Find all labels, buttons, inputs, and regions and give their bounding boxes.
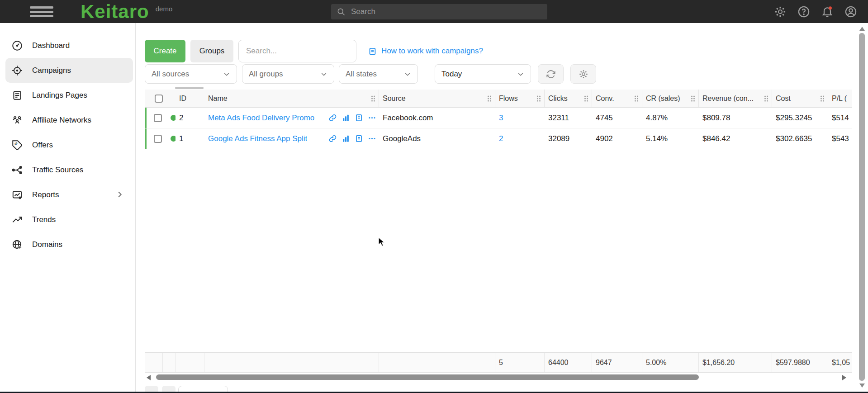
totals-flows: 5 [495,353,545,372]
sidebar-label: Offers [32,141,53,150]
notification-badge [829,6,832,9]
sidebar-item-domains[interactable]: Domains [5,232,133,257]
sidebar-item-offers[interactable]: $ Offers [5,133,133,157]
campaign-link-icon[interactable] [328,114,337,122]
campaign-stats-icon[interactable] [342,134,350,143]
table-top-scrollbar-thumb[interactable] [175,87,204,89]
filter-date-range-select[interactable]: Today [435,64,531,84]
campaign-link-icon[interactable] [328,134,337,143]
pl-value: $514 [828,114,852,123]
table-horizontal-scrollbar [145,373,852,382]
sidebar-label: Trends [32,215,56,224]
col-header-flows[interactable]: Flows [495,90,545,107]
vertical-scrollbar [859,27,865,388]
sidebar-item-trends[interactable]: Trends [5,207,133,232]
conversions-value: 4902 [592,134,642,143]
column-drag-handle-icon[interactable] [764,95,769,102]
keitaro-app: Keitaro demo Search Das [0,0,868,393]
col-header-name[interactable]: Name [204,90,379,107]
col-header-id[interactable]: ID [175,90,204,107]
campaign-notes-icon[interactable] [355,134,363,143]
hamburger-menu-icon[interactable] [30,6,53,17]
row-more-actions-icon[interactable] [368,134,376,143]
select-all-checkbox[interactable] [155,95,163,103]
column-drag-handle-icon[interactable] [634,95,639,102]
help-icon[interactable] [797,5,810,18]
sidebar-item-affiliate-networks[interactable]: Affiliate Networks [5,108,133,133]
campaign-name-link[interactable]: Meta Ads Food Delivery Promo [208,114,314,123]
status-column-header [163,90,175,107]
row-more-actions-icon[interactable] [368,114,376,122]
global-search-input[interactable]: Search [331,4,547,19]
scroll-right-arrow[interactable] [842,375,846,380]
affiliate-networks-icon [11,114,23,126]
col-header-conv[interactable]: Conv. [592,90,642,107]
scroll-left-arrow[interactable] [147,375,151,380]
table-settings-button[interactable] [570,64,596,84]
col-header-pl[interactable]: P/L ( [828,90,852,107]
column-drag-handle-icon[interactable] [583,95,589,102]
env-badge: demo [156,5,173,13]
sidebar-item-dashboard[interactable]: Dashboard [5,33,133,58]
col-header-cost[interactable]: Cost [772,90,828,107]
notifications-bell-icon[interactable] [821,5,834,18]
scroll-down-arrow[interactable] [859,384,865,388]
clicks-value: 32311 [545,114,592,123]
account-avatar-icon[interactable] [844,5,857,18]
dashboard-icon [11,40,23,52]
campaign-id: 2 [175,114,204,123]
filter-states-select[interactable]: All states [339,64,418,84]
sidebar-item-landings-pages[interactable]: Landings Pages [5,83,133,108]
scroll-up-arrow[interactable] [859,27,865,31]
totals-clicks: 64400 [545,353,592,372]
traffic-sources-icon [11,164,23,176]
column-drag-handle-icon[interactable] [487,95,492,102]
table-row: 1 Google Ads Fitness App Split GoogleAds… [145,128,852,149]
revenue-value: $809.78 [699,114,772,123]
settings-gear-icon[interactable] [774,5,787,18]
flows-count-link[interactable]: 3 [499,114,503,122]
chevron-right-icon [115,189,125,199]
groups-button[interactable]: Groups [190,40,233,62]
status-active-dot [171,136,175,142]
campaign-name-link[interactable]: Google Ads Fitness App Split [208,134,307,143]
col-header-revenue[interactable]: Revenue (con... [699,90,772,107]
sidebar-label: Dashboard [32,41,70,50]
sidebar-item-campaigns[interactable]: Campaigns [5,58,133,83]
column-drag-handle-icon[interactable] [536,95,541,102]
filter-groups-select[interactable]: All groups [242,64,334,84]
col-header-cr-sales[interactable]: CR (sales) [642,90,699,107]
refresh-button[interactable] [538,64,564,84]
totals-pl: $1,05 [828,353,852,372]
help-link[interactable]: How to work with campaigns? [368,47,483,56]
create-button[interactable]: Create [145,40,185,62]
cost-value: $302.6635 [772,134,828,143]
flows-count-link[interactable]: 2 [499,134,503,143]
campaign-search-input[interactable] [238,40,356,62]
global-search-placeholder: Search [351,7,375,16]
sidebar-item-traffic-sources[interactable]: Traffic Sources [5,157,133,182]
sidebar-label: Reports [32,190,59,199]
campaign-source: GoogleAds [379,134,495,143]
totals-revenue: $1,656.20 [699,353,772,372]
row-checkbox[interactable] [154,114,162,122]
trends-icon [11,214,23,226]
column-drag-handle-icon[interactable] [370,95,376,102]
filter-date-range-value: Today [441,70,462,79]
vertical-scrollbar-thumb[interactable] [859,33,865,381]
col-header-source[interactable]: Source [379,90,495,107]
sidebar-label: Affiliate Networks [32,116,91,125]
horizontal-scrollbar-thumb[interactable] [156,374,699,380]
cost-value: $295.3245 [772,114,828,123]
column-drag-handle-icon[interactable] [820,95,825,102]
row-checkbox[interactable] [154,135,162,143]
status-active-dot [171,115,175,121]
sidebar-item-reports[interactable]: Reports [5,182,133,207]
offers-tag-icon: $ [11,139,23,151]
col-header-clicks[interactable]: Clicks [545,90,592,107]
campaign-stats-icon[interactable] [342,114,350,122]
column-drag-handle-icon[interactable] [690,95,696,102]
campaign-notes-icon[interactable] [355,114,363,122]
filter-sources-select[interactable]: All sources [145,64,237,84]
landings-pages-icon [11,90,23,101]
